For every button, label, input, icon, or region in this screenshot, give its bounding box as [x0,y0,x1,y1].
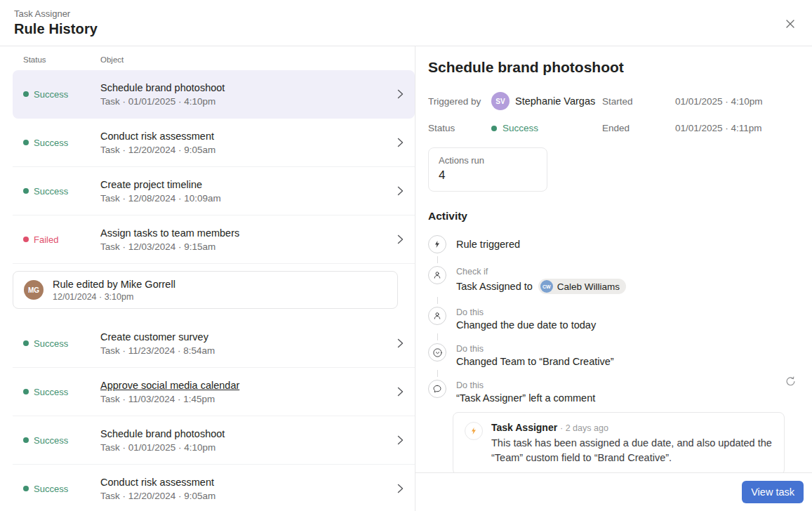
actions-run-card: Actions run 4 [428,147,547,192]
activity-item-team-change: Do this Changed Team to “Brand Creative” [428,343,799,367]
retry-icon [785,376,797,387]
run-row[interactable]: Success Schedule brand photoshootTask · … [13,416,415,465]
status-label: Success [34,435,68,446]
comment-timestamp: · 2 days ago [560,423,608,433]
app-label: Task Assigner [14,8,798,20]
activity-item-rule-triggered: Rule triggered [428,235,799,253]
status-dot [23,237,29,242]
close-icon [785,19,795,29]
run-subtitle: Task · 12/03/2024 · 9:15am [100,241,415,252]
run-title: Conduct risk assessment [100,477,415,488]
timeline-connector [437,370,438,377]
triggered-by-label: Triggered by [428,96,491,107]
actions-run-label: Actions run [439,155,537,166]
activity-item-due-date: Do this Changed the due date to today [428,307,799,331]
activity-item-check-if: Check if Task Assigned to CW Caleb Willi… [428,266,799,294]
main-content: Status Object Success Schedule brand pho… [0,46,812,511]
chevron-right-icon [397,89,404,99]
status-dot [23,437,29,443]
lightning-icon [465,422,483,440]
rule-edited-timestamp: 12/01/2024 · 3:10pm [53,292,175,302]
column-header-object: Object [100,55,124,64]
run-row[interactable]: Success Approve social media calendarTas… [13,368,415,416]
retry-button[interactable] [785,376,797,390]
run-title: Schedule brand photoshoot [100,82,415,93]
close-button[interactable] [783,16,798,32]
run-row[interactable]: Success Conduct risk assessmentTask · 12… [13,465,415,511]
activity-heading: Activity [428,210,799,223]
status-badge: Failed [23,234,100,245]
status-dot [23,389,29,394]
started-label: Started [602,96,675,107]
activity-label: Do this [456,380,595,390]
activity-text: Task Assigned to [456,281,533,292]
comment-card: Task Assigner · 2 days ago This task has… [453,412,785,475]
started-value: 01/01/2025 · 4:10pm [675,96,799,107]
activity-timeline: Rule triggered Check if Task Assigned to… [428,235,799,475]
status-label: Success [34,138,68,148]
comment-text: This task has been assigned a due date, … [491,436,773,465]
run-row-selected[interactable]: Success Schedule brand photoshootTask · … [13,70,415,119]
run-subtitle: Task · 01/01/2025 · 4:10pm [100,442,415,453]
status-dot [23,140,29,145]
timeline-connector [437,297,438,304]
status-label: Success [34,338,68,349]
timeline-connector [437,333,438,340]
run-title: Conduct risk assessment [100,131,415,142]
rule-history-dialog: Task Assigner Rule History Status Object… [0,0,812,511]
activity-text: Changed the due date to today [456,319,596,331]
status-value: Success [491,123,602,133]
activity-label: Check if [456,267,626,277]
run-subtitle: Task · 01/01/2025 · 4:10pm [100,96,415,107]
avatar: MG [24,280,44,300]
dialog-header: Task Assigner Rule History [0,0,812,46]
run-row[interactable]: Success Create customer surveyTask · 11/… [13,319,415,368]
chevron-circle-icon [428,343,446,361]
run-row[interactable]: Success Create project timelineTask · 12… [13,167,415,215]
chevron-right-icon [397,338,404,348]
run-title: Create project timeline [100,179,415,190]
ended-label: Ended [602,123,675,133]
comment-author: Task Assigner [491,422,557,433]
chevron-right-icon [397,234,404,244]
status-dot [491,126,497,131]
view-task-button[interactable]: View task [742,481,804,503]
run-detail-panel: Schedule brand photoshoot Triggered by S… [415,46,812,511]
rule-edited-card: MG Rule edited by Mike Gorrell 12/01/202… [13,271,398,309]
run-row[interactable]: Success Conduct risk assessmentTask · 12… [13,119,415,167]
status-label: Success [34,186,68,197]
status-dot [23,486,29,491]
avatar: CW [540,280,553,293]
run-detail-title: Schedule brand photoshoot [428,58,799,77]
ended-value: 01/01/2025 · 4:11pm [675,123,799,133]
list-column-headers: Status Object [0,46,415,70]
person-icon [428,266,446,284]
timeline-connector [437,256,438,263]
detail-footer: View task [415,472,812,511]
chevron-right-icon [397,387,404,397]
run-row-failed[interactable]: Failed Assign tasks to team membersTask … [13,215,415,264]
status-label: Success [34,387,68,397]
run-title: Create customer survey [100,331,415,343]
activity-text: “Task Assigner” left a comment [456,392,595,404]
page-title: Rule History [14,20,798,38]
run-title: Assign tasks to team members [100,227,415,239]
run-title: Schedule brand photoshoot [100,428,415,439]
chevron-right-icon [397,186,404,196]
status-badge: Success [23,435,100,446]
activity-text: Changed Team to “Brand Creative” [456,356,614,367]
assignee-chip[interactable]: CW Caleb Williams [538,279,626,294]
column-header-status: Status [23,55,100,64]
run-subtitle: Task · 12/08/2024 · 10:09am [100,193,415,204]
run-subtitle: Task · 12/20/2024 · 9:05am [100,145,415,155]
activity-text: Rule triggered [456,236,520,250]
rule-run-list: Status Object Success Schedule brand pho… [0,46,415,511]
status-label: Success [34,484,68,494]
chevron-right-icon [397,138,404,147]
chevron-right-icon [397,435,404,445]
run-subtitle: Task · 12/20/2024 · 9:05am [100,491,415,501]
run-title-link[interactable]: Approve social media calendar [100,380,415,391]
status-badge: Success [23,484,100,494]
run-subtitle: Task · 11/03/2024 · 1:45pm [100,394,415,404]
comment-icon [428,380,446,398]
